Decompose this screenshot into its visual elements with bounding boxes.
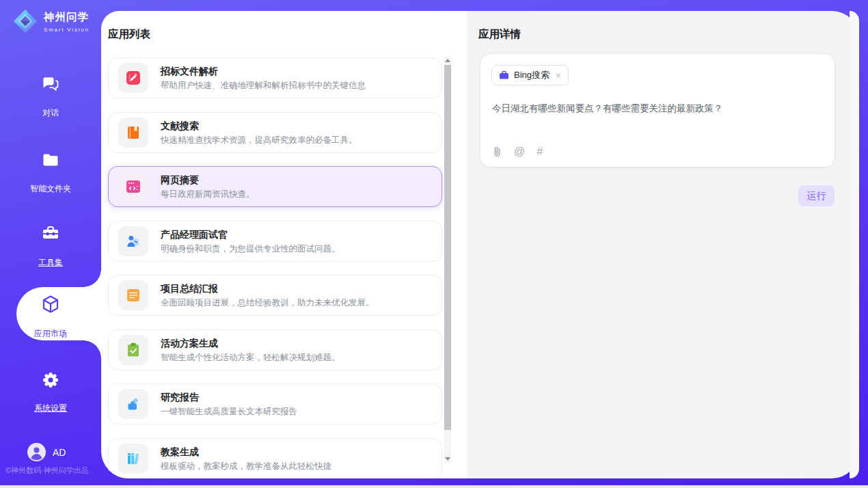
app-list-panel: 应用列表 招标文件解析 帮助用户快速、准确地理解和解析招标书中的关键信息 文献搜… bbox=[101, 11, 467, 478]
app-card[interactable]: 教案生成 模板驱动，教案秒成，教学准备从此轻松快捷 bbox=[108, 438, 442, 478]
app-card-title: 项目总结汇报 bbox=[161, 282, 375, 295]
sidebar-item-label: 智能文件夹 bbox=[30, 183, 71, 195]
sidebar-item-app-market[interactable]: 应用市场 bbox=[0, 294, 101, 340]
sidebar-item-toolkit[interactable]: 工具集 bbox=[0, 224, 101, 269]
app-window: 应用列表 招标文件解析 帮助用户快速、准确地理解和解析招标书中的关键信息 文献搜… bbox=[0, 0, 868, 488]
app-card-title: 教案生成 bbox=[161, 446, 331, 458]
sidebar-item-label: 工具集 bbox=[38, 257, 63, 269]
app-card-desc: 全面回顾项目进展，总结经验教训，助力未来优化发展。 bbox=[161, 297, 375, 309]
list-scrollbar[interactable] bbox=[444, 56, 451, 463]
book-icon bbox=[118, 118, 148, 148]
app-detail-title: 应用详情 bbox=[478, 27, 521, 42]
app-card-title: 研究报告 bbox=[161, 391, 297, 403]
app-card-desc: 每日政府新闻资讯快查。 bbox=[161, 189, 255, 200]
interviewer-icon bbox=[118, 226, 148, 256]
tool-tag-chip[interactable]: Bing搜索 × bbox=[491, 65, 569, 85]
toolbox-icon bbox=[0, 224, 101, 243]
cube-icon bbox=[0, 294, 101, 314]
app-card-selected[interactable]: 网页摘要 每日政府新闻资讯快查。 bbox=[108, 166, 442, 207]
app-card-desc: 快速精准查找学术资源，提高研究效率的必备工具。 bbox=[161, 135, 357, 146]
web-window-icon bbox=[118, 172, 148, 202]
brand-logo: 神州问学 Smart Vision bbox=[12, 8, 90, 35]
app-card-desc: 模板驱动，教案秒成，教学准备从此轻松快捷 bbox=[161, 461, 331, 472]
user-account[interactable]: AD bbox=[27, 443, 66, 461]
app-card-title: 招标文件解析 bbox=[161, 65, 366, 77]
app-card[interactable]: 项目总结汇报 全面回顾项目进展，总结经验教训，助力未来优化发展。 bbox=[108, 275, 442, 316]
tag-close-icon[interactable]: × bbox=[556, 71, 561, 80]
app-card-title: 产品经理面试官 bbox=[161, 228, 340, 241]
sidebar-item-label: 系统设置 bbox=[34, 403, 67, 414]
avatar bbox=[27, 443, 46, 461]
sidebar: 神州问学 Smart Vision 对话 智能文件夹 工具集 bbox=[0, 0, 101, 485]
prompt-toolbar: @ # bbox=[492, 146, 543, 158]
brand-tagline: Smart Vision bbox=[44, 27, 90, 33]
app-card[interactable]: 文献搜索 快速精准查找学术资源，提高研究效率的必备工具。 bbox=[108, 112, 442, 153]
run-button[interactable]: 运行 bbox=[798, 185, 835, 206]
brand-name: 神州问学 bbox=[44, 10, 90, 25]
sidebar-item-label: 对话 bbox=[42, 107, 59, 119]
document-edit-icon bbox=[118, 63, 148, 93]
app-detail-panel: 应用详情 Bing搜索 × 今日湖北有哪些新闻要点？有哪些需要关注的最新政策？ … bbox=[467, 11, 859, 478]
briefcase-icon bbox=[499, 70, 509, 80]
attachment-icon[interactable] bbox=[492, 146, 502, 158]
app-card-title: 活动方案生成 bbox=[161, 337, 340, 349]
app-card[interactable]: 产品经理面试官 明确身份和职责，为您提供专业性的面试问题。 bbox=[108, 221, 442, 262]
tool-tag-label: Bing搜索 bbox=[514, 69, 550, 81]
prompt-textbox[interactable]: 今日湖北有哪些新闻要点？有哪些需要关注的最新政策？ bbox=[492, 102, 819, 115]
sidebar-item-label: 应用市场 bbox=[34, 328, 67, 340]
scroll-up-arrow-icon[interactable] bbox=[445, 59, 450, 62]
prompt-card: Bing搜索 × 今日湖北有哪些新闻要点？有哪些需要关注的最新政策？ @ # bbox=[480, 53, 835, 167]
app-list-title: 应用列表 bbox=[108, 27, 150, 42]
app-card-desc: 明确身份和职责，为您提供专业性的面试问题。 bbox=[161, 243, 340, 255]
note-icon bbox=[118, 280, 148, 310]
chat-icon bbox=[0, 74, 101, 94]
app-card-title: 文献搜索 bbox=[161, 120, 357, 132]
bottom-strip bbox=[0, 485, 868, 488]
sidebar-item-settings[interactable]: 系统设置 bbox=[0, 371, 101, 414]
scroll-down-arrow-icon[interactable] bbox=[445, 457, 450, 461]
brand-logo-icon bbox=[12, 8, 39, 35]
detail-scrollbar-track[interactable] bbox=[850, 11, 859, 478]
books-icon bbox=[118, 444, 148, 474]
app-card-desc: 帮助用户快速、准确地理解和解析招标书中的关键信息 bbox=[161, 80, 366, 92]
app-card[interactable]: 招标文件解析 帮助用户快速、准确地理解和解析招标书中的关键信息 bbox=[108, 57, 442, 98]
hash-icon[interactable]: # bbox=[537, 146, 543, 157]
app-card[interactable]: 研究报告 一键智能生成高质量长文本研究报告 bbox=[108, 383, 442, 424]
app-card-desc: 一键智能生成高质量长文本研究报告 bbox=[161, 406, 297, 418]
app-card-title: 网页摘要 bbox=[161, 174, 255, 186]
ink-pen-icon bbox=[118, 389, 148, 419]
folder-icon bbox=[0, 150, 101, 170]
sidebar-item-smart-folder[interactable]: 智能文件夹 bbox=[0, 150, 101, 195]
clipboard-check-icon bbox=[118, 335, 148, 365]
gear-icon bbox=[0, 371, 101, 389]
mention-icon[interactable]: @ bbox=[514, 146, 525, 157]
app-card[interactable]: 活动方案生成 智能生成个性化活动方案，轻松解决规划难题。 bbox=[108, 329, 442, 370]
scrollbar-thumb[interactable] bbox=[444, 65, 451, 430]
sidebar-item-chat[interactable]: 对话 bbox=[0, 74, 101, 119]
copyright-footer: ©神州数码·神州问学出品 bbox=[5, 465, 89, 476]
user-name: AD bbox=[53, 447, 66, 458]
app-card-desc: 智能生成个性化活动方案，轻松解决规划难题。 bbox=[161, 352, 340, 364]
